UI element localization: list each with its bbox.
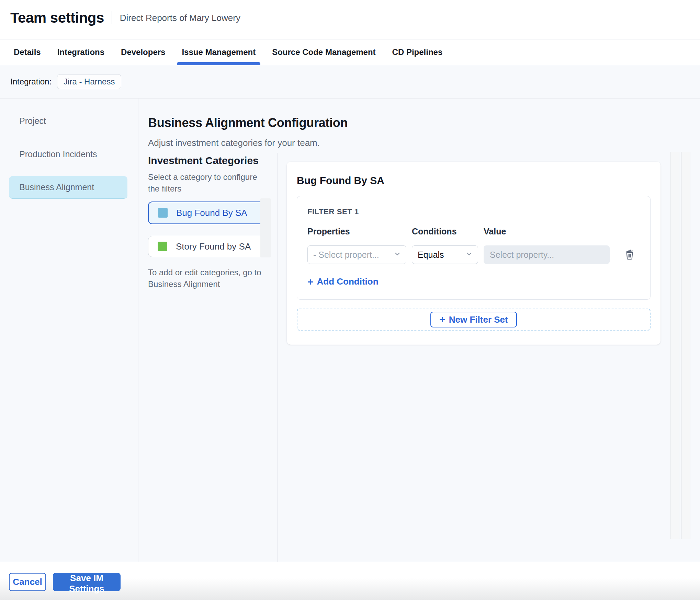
page-title: Team settings [10, 10, 104, 26]
chevron-down-icon [394, 250, 401, 259]
sidebar-item-project[interactable]: Project [9, 109, 127, 132]
section-title: Business Alignment Configuration [148, 116, 700, 130]
category-label: Story Found by SA [176, 241, 251, 252]
detail-card-title: Bug Found By SA [297, 175, 651, 186]
new-filter-set-label: New Filter Set [449, 314, 508, 325]
add-condition-button[interactable]: + Add Condition [307, 276, 379, 287]
conditions-select[interactable]: Equals [412, 245, 478, 264]
sidebar-item-production-incidents[interactable]: Production Incidents [9, 143, 127, 165]
new-filter-set-dropzone: + New Filter Set [297, 309, 651, 331]
tab-cd-pipelines[interactable]: CD Pipelines [387, 39, 448, 65]
main-panel: Business Alignment Configuration Adjust … [138, 99, 700, 562]
categories-footnote: To add or edit categories, go to Busines… [148, 267, 265, 290]
header: Team settings Direct Reports of Mary Low… [0, 0, 700, 39]
integration-row: Integration: Jira - Harness [0, 65, 700, 99]
category-label: Bug Found By SA [176, 208, 247, 218]
category-detail-card: Bug Found By SA FILTER SET 1 Properties … [287, 162, 661, 345]
chevron-down-icon [465, 250, 473, 259]
column-header-conditions: Conditions [412, 227, 484, 236]
add-condition-label: Add Condition [317, 276, 379, 287]
category-story-found-by-sa[interactable]: Story Found by SA [148, 236, 267, 257]
sidebar-item-business-alignment[interactable]: Business Alignment [9, 176, 127, 199]
categories-divider [277, 153, 278, 562]
settings-sidebar: Project Production Incidents Business Al… [0, 99, 138, 562]
trash-icon [623, 247, 636, 262]
column-header-value: Value [484, 227, 506, 236]
column-header-properties: Properties [307, 227, 412, 236]
delete-condition-button[interactable] [623, 247, 636, 262]
scrollbar-track-outer [681, 152, 690, 539]
section-subtitle: Adjust investment categories for your te… [148, 137, 700, 149]
category-detail-panel: Bug Found By SA FILTER SET 1 Properties … [287, 153, 661, 345]
integration-chip[interactable]: Jira - Harness [57, 74, 121, 89]
filter-set-label: FILTER SET 1 [307, 207, 640, 216]
tab-issue-management[interactable]: Issue Management [177, 39, 260, 65]
conditions-select-value: Equals [418, 250, 444, 260]
new-filter-set-button[interactable]: + New Filter Set [430, 312, 517, 327]
title-divider [112, 11, 112, 24]
filter-condition-row: - Select propert... Equals [307, 245, 640, 264]
properties-select-placeholder: - Select propert... [313, 250, 379, 260]
category-bug-found-by-sa[interactable]: Bug Found By SA [148, 201, 267, 224]
footer-action-bar: Cancel Save IM Settings [0, 562, 700, 600]
categories-helper: Select a category to configure the filte… [148, 171, 269, 195]
cancel-button[interactable]: Cancel [9, 573, 46, 591]
categories-title: Investment Categories [148, 155, 277, 166]
plus-icon: + [307, 277, 314, 286]
tab-source-code-management[interactable]: Source Code Management [267, 39, 380, 65]
filter-set-box: FILTER SET 1 Properties Conditions Value… [297, 196, 651, 300]
tab-integrations[interactable]: Integrations [53, 39, 109, 65]
categories-panel: Investment Categories Select a category … [148, 153, 277, 290]
save-im-settings-button[interactable]: Save IM Settings [53, 573, 121, 591]
content-area: Integration: Jira - Harness Project Prod… [0, 65, 700, 562]
filter-column-headers: Properties Conditions Value [307, 227, 640, 236]
category-color-swatch-green [158, 242, 167, 251]
category-color-swatch-blue [158, 208, 168, 218]
page-subtitle: Direct Reports of Mary Lowery [120, 13, 240, 23]
scrollbar-track-inner [670, 152, 679, 539]
integration-label: Integration: [10, 77, 52, 86]
plus-icon: + [439, 315, 445, 324]
tab-details[interactable]: Details [9, 39, 46, 65]
properties-select[interactable]: - Select propert... [307, 245, 406, 264]
value-input[interactable] [484, 245, 610, 264]
categories-scrollbar-track [260, 198, 271, 257]
categories-list: Bug Found By SA Story Found by SA [148, 201, 277, 257]
tab-bar: Details Integrations Developers Issue Ma… [0, 39, 700, 65]
tab-developers[interactable]: Developers [116, 39, 170, 65]
